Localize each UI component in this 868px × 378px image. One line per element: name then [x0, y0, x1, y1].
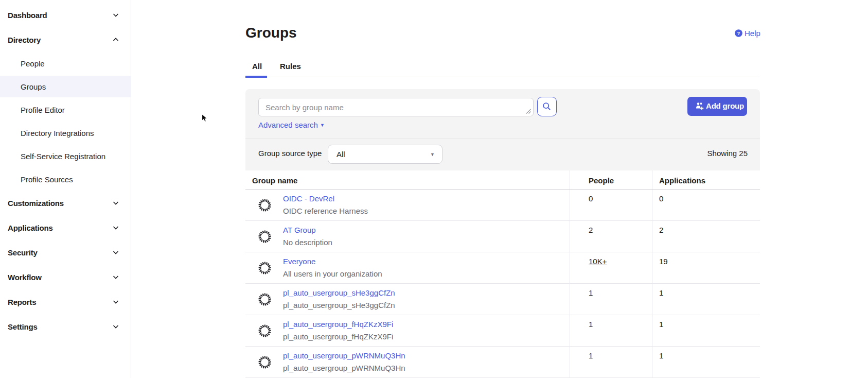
- svg-text:?: ?: [737, 31, 740, 36]
